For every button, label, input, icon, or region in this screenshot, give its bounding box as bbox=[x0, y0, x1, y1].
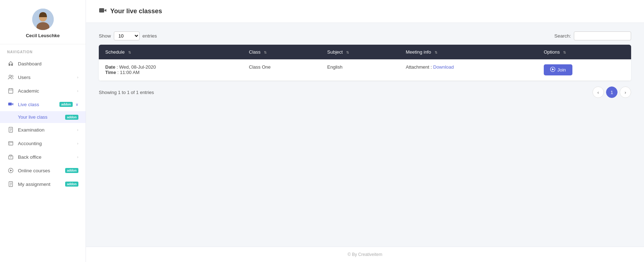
academic-icon bbox=[7, 88, 14, 94]
table-header-row: Schedule ⇅ Class ⇅ Subject ⇅ Meeting inf… bbox=[99, 45, 631, 59]
academic-arrow-icon: › bbox=[77, 89, 78, 93]
download-link[interactable]: Download bbox=[433, 64, 454, 70]
sidebar-item-academic-label: Academic bbox=[18, 88, 77, 94]
online-courses-icon bbox=[7, 168, 14, 173]
sidebar-item-online-courses-label: Online courses bbox=[18, 168, 63, 173]
sidebar-profile: Cecil Leuschke bbox=[0, 0, 86, 44]
join-icon bbox=[550, 67, 555, 73]
sidebar-item-my-assignment[interactable]: My assignment addon bbox=[0, 177, 86, 191]
pagination-prev[interactable]: ‹ bbox=[592, 86, 604, 98]
examination-arrow-icon: › bbox=[77, 128, 78, 132]
sidebar-item-your-live-class[interactable]: Your live class addon bbox=[0, 111, 86, 123]
join-label: Join bbox=[557, 67, 566, 73]
svg-rect-8 bbox=[9, 89, 13, 93]
my-assignment-icon bbox=[7, 181, 14, 187]
page-title-icon bbox=[99, 7, 107, 15]
main-section: Show 10 25 50 100 entries Search: Schedu… bbox=[86, 23, 644, 247]
svg-marker-30 bbox=[552, 68, 554, 70]
sidebar-item-online-courses[interactable]: Online courses addon bbox=[0, 164, 86, 177]
sidebar-item-examination-label: Examination bbox=[18, 127, 77, 133]
table-footer: Showing 1 to 1 of 1 entries ‹ 1 › bbox=[99, 86, 631, 98]
svg-rect-17 bbox=[9, 142, 13, 145]
live-class-icon bbox=[7, 102, 14, 107]
sidebar-item-back-office[interactable]: Back office › bbox=[0, 150, 86, 164]
col-schedule: Schedule ⇅ bbox=[99, 45, 242, 59]
cell-options: Join bbox=[537, 59, 631, 81]
table-controls: Show 10 25 50 100 entries Search: bbox=[99, 31, 631, 40]
join-button[interactable]: Join bbox=[544, 64, 572, 75]
svg-rect-5 bbox=[11, 64, 13, 66]
users-arrow-icon: › bbox=[77, 75, 78, 79]
sidebar-item-my-assignment-label: My assignment bbox=[18, 182, 63, 187]
online-courses-addon-badge: addon bbox=[65, 168, 78, 173]
sidebar-item-accounting-label: Accounting bbox=[18, 141, 77, 146]
sidebar-item-live-class-label: Live class bbox=[18, 102, 57, 107]
sidebar-item-live-class[interactable]: Live class addon ∨ bbox=[0, 98, 86, 111]
pagination-next[interactable]: › bbox=[620, 86, 631, 98]
avatar bbox=[32, 9, 54, 30]
col-options: Options ⇅ bbox=[537, 45, 631, 59]
username-label: Cecil Leuschke bbox=[26, 33, 60, 38]
live-class-addon-badge: addon bbox=[59, 102, 73, 107]
pagination: ‹ 1 › bbox=[592, 86, 631, 98]
sidebar-item-your-live-class-label: Your live class bbox=[18, 114, 63, 120]
options-sort-icon: ⇅ bbox=[563, 50, 566, 54]
search-input[interactable] bbox=[574, 31, 631, 40]
cell-meeting-info: Attachment : Download bbox=[399, 59, 537, 81]
sidebar-item-dashboard-label: Dashboard bbox=[18, 61, 78, 66]
showing-info: Showing 1 to 1 of 1 entries bbox=[99, 90, 154, 95]
svg-point-18 bbox=[9, 144, 10, 144]
svg-marker-23 bbox=[10, 169, 12, 172]
col-class: Class ⇅ bbox=[242, 45, 321, 59]
entries-label: entries bbox=[142, 33, 157, 39]
live-classes-table: Schedule ⇅ Class ⇅ Subject ⇅ Meeting inf… bbox=[99, 45, 631, 81]
sidebar-item-users-label: Users bbox=[18, 75, 77, 80]
back-office-arrow-icon: › bbox=[77, 155, 78, 159]
sidebar-item-dashboard[interactable]: Dashboard bbox=[0, 57, 86, 70]
examination-icon bbox=[7, 127, 14, 133]
entries-select[interactable]: 10 25 50 100 bbox=[114, 31, 140, 40]
footer-text: © By Creativeitem bbox=[348, 252, 382, 257]
schedule-sort-icon: ⇅ bbox=[128, 50, 131, 54]
nav-section-label: NAVIGATION bbox=[0, 44, 86, 57]
search-label: Search: bbox=[554, 33, 571, 39]
my-assignment-addon-badge: addon bbox=[65, 182, 78, 187]
sidebar-item-back-office-label: Back office bbox=[18, 154, 77, 160]
sidebar-item-examination[interactable]: Examination › bbox=[0, 123, 86, 137]
cell-schedule: Date : Wed, 08-Jul-2020 Time : 11:00 AM bbox=[99, 59, 242, 81]
main-content-area: Your live classes Show 10 25 50 100 entr… bbox=[86, 0, 644, 262]
show-label: Show bbox=[99, 33, 111, 39]
pagination-page-1[interactable]: 1 bbox=[606, 86, 618, 98]
subject-sort-icon: ⇅ bbox=[346, 50, 349, 54]
show-entries-control: Show 10 25 50 100 entries bbox=[99, 31, 157, 40]
svg-rect-12 bbox=[8, 103, 12, 105]
users-icon bbox=[7, 74, 14, 80]
page-title: Your live classes bbox=[110, 8, 162, 15]
sidebar-item-users[interactable]: Users › bbox=[0, 70, 86, 84]
svg-point-7 bbox=[11, 75, 13, 77]
col-subject: Subject ⇅ bbox=[321, 45, 399, 59]
search-box: Search: bbox=[554, 31, 631, 40]
live-class-chevron-icon: ∨ bbox=[76, 102, 78, 107]
sidebar: Cecil Leuschke NAVIGATION Dashboard User… bbox=[0, 0, 86, 262]
main-header: Your live classes bbox=[86, 0, 644, 23]
accounting-icon bbox=[7, 140, 14, 146]
accounting-arrow-icon: › bbox=[77, 141, 78, 145]
sidebar-item-accounting[interactable]: Accounting › bbox=[0, 137, 86, 150]
time-field: Time : 11:00 AM bbox=[105, 70, 236, 75]
page-footer: © By Creativeitem bbox=[86, 247, 644, 262]
dashboard-icon bbox=[7, 61, 14, 66]
your-live-class-addon-badge: addon bbox=[65, 115, 78, 120]
svg-point-6 bbox=[9, 75, 11, 77]
svg-rect-4 bbox=[9, 64, 10, 66]
cell-subject: English bbox=[321, 59, 399, 81]
col-meeting-info: Meeting info ⇅ bbox=[399, 45, 537, 59]
table-row: Date : Wed, 08-Jul-2020 Time : 11:00 AM … bbox=[99, 59, 631, 81]
class-sort-icon: ⇅ bbox=[264, 50, 267, 54]
cell-class: Class One bbox=[242, 59, 321, 81]
meeting-sort-icon: ⇅ bbox=[435, 50, 437, 54]
date-field: Date : Wed, 08-Jul-2020 bbox=[105, 64, 236, 70]
back-office-icon bbox=[7, 154, 14, 160]
svg-rect-28 bbox=[99, 8, 104, 13]
sidebar-item-academic[interactable]: Academic › bbox=[0, 84, 86, 98]
